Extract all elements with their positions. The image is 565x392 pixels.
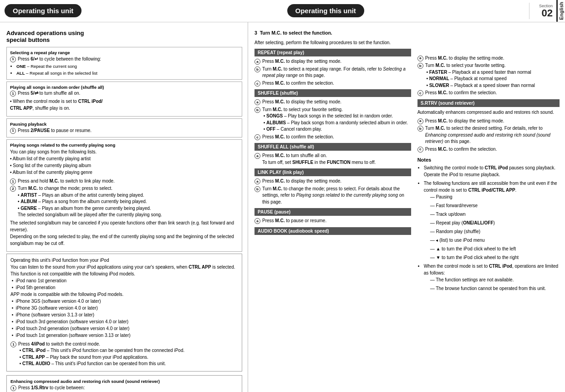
circle-b: b	[255, 186, 260, 192]
circle-c: c	[417, 147, 423, 153]
audio-book-bar: AUDIO BOOK (audiobook speed)	[255, 227, 411, 235]
note-sub-list: Pausing Fast forward/reverse Track up/do…	[424, 193, 560, 261]
circle-a: a	[255, 153, 260, 159]
pause-section: a Press M.C. to pause or resume.	[255, 218, 411, 224]
circle-2: 2	[10, 186, 16, 192]
circle-1: 1	[10, 178, 16, 184]
shuffle-all-section: a Press M.C. to turn shuffle all on. To …	[255, 153, 411, 166]
note-sub-item: The function settings are not available.	[430, 276, 560, 283]
srtrv-section: Automatically enhances compressed audio …	[417, 109, 560, 153]
notes-title: Notes	[417, 157, 560, 163]
playing-step-1: 1 Press and hold M.C. to switch to link …	[10, 178, 239, 185]
shuffle-box: Playing all songs in random order (shuff…	[6, 81, 242, 117]
playing-related-box: Playing songs related to the currently p…	[6, 139, 242, 252]
section-box: Section 02	[529, 3, 556, 19]
circle-a: a	[417, 56, 423, 61]
circle-b: b	[255, 107, 260, 113]
shuffle-title: Playing all songs in random order (shuff…	[10, 84, 239, 91]
circle-a: a	[255, 59, 260, 65]
circle-b: b	[417, 126, 423, 132]
shuffle-section: a Press M.C. to display the setting mode…	[255, 99, 411, 140]
repeat-section: a Press M.C. to display the setting mode…	[255, 58, 411, 87]
circle-a: a	[255, 178, 260, 184]
note-sub-list: The function settings are not available.…	[424, 276, 560, 292]
page-header: Operating this unit Operating this unit …	[0, 0, 565, 22]
note-sub-item: Random play (shuffle)	[430, 228, 560, 235]
note-sub-item: ▲ to turn the iPod click wheel to the le…	[430, 245, 560, 252]
link-play-bar: LINK PLAY (link play)	[255, 168, 411, 176]
srtrv-bar: S.RTRV (sound retriever)	[417, 99, 560, 107]
right-col-left: 3 Turn M.C. to select the function. Afte…	[255, 30, 411, 294]
circle-b: b	[255, 66, 260, 72]
note-sub-item: The browse function cannot be operated f…	[430, 285, 560, 292]
instruction-box-2: Enhancing compressed audio and restoring…	[6, 375, 242, 392]
note-sub-item: Track up/down	[430, 211, 560, 218]
adv-heading: Advanced operations usingspecial buttons	[6, 30, 242, 43]
header-left: Operating this unit	[0, 0, 283, 22]
note-sub-item: ▼ to turn the iPod click wheel to the ri…	[430, 254, 560, 261]
instr1-step1: 1 Press 4/iPod to switch the control mod…	[10, 341, 238, 367]
circle-c: c	[255, 81, 260, 87]
instr1-body: Operating this unit's iPod function from…	[10, 257, 238, 339]
select-list: ONE – Repeat the current song ALL – Repe…	[10, 63, 239, 76]
pause-title: Pausing playback	[10, 121, 239, 127]
circle-a: a	[255, 99, 260, 105]
circle-c: c	[255, 134, 260, 140]
circle-1: 1	[10, 341, 16, 347]
header-title-left: Operating this unit	[5, 4, 81, 17]
right-two-col: 3 Turn M.C. to select the function. Afte…	[255, 30, 560, 294]
note-sub-item: Pausing	[430, 193, 560, 200]
audiobook-steps: a Press M.C. to display the setting mode…	[417, 55, 560, 97]
main-content: Advanced operations usingspecial buttons…	[0, 22, 565, 392]
circle-1: 1	[10, 128, 16, 134]
left-page: Advanced operations usingspecial buttons…	[0, 22, 248, 392]
note-sub-item: Fast forward/reverse	[430, 202, 560, 209]
circle-1: 1	[10, 91, 16, 97]
playing-body: You can play songs from the following li…	[10, 148, 239, 176]
step3-body: After selecting, perform the following p…	[255, 39, 411, 46]
note-sub-item: Repeat play (ONE/ALL/OFF)	[430, 219, 560, 226]
playing-step-2: 2 Turn M.C. to change the mode; press to…	[10, 185, 239, 219]
circle-b: b	[417, 63, 423, 69]
select-play-range-box: Selecting a repeat play range 1 Press 6/…	[6, 47, 242, 80]
notes-section: Notes Switching the control mode to CTRL…	[417, 157, 560, 292]
shuffle-bar: SHUFFLE (shuffle)	[255, 89, 411, 97]
step3-heading: 3 Turn M.C. to select the function.	[255, 30, 411, 37]
link-play-section: a Press M.C. to display the setting mode…	[255, 178, 411, 205]
note-item: When the control mode is set to CTRL iPo…	[424, 263, 560, 292]
srtrv-body: Automatically enhances compressed audio …	[417, 109, 560, 116]
step-select-1: 1 Press 6/↵ to cycle between the followi…	[10, 56, 239, 63]
note-item: Switching the control mode to CTRL iPod …	[424, 164, 560, 178]
select-play-range-title: Selecting a repeat play range	[10, 50, 239, 56]
right-col-right: a Press M.C. to display the setting mode…	[417, 30, 560, 294]
header-right: Operating this unit Section 02 English	[283, 0, 565, 22]
instr2-step1: 1 Press 1/S.Rtrv to cycle between: OFF (…	[10, 385, 238, 392]
pause-bar: PAUSE (pause)	[255, 208, 411, 216]
pause-step-1: 1 Press 2/PAUSE to pause or resume.	[10, 127, 239, 134]
shuffle-note: • When the control mode is set to CTRL i…	[10, 98, 239, 112]
shuffle-step-1: 1 Press 5/⇌ to turn shuffle all on.	[10, 90, 239, 97]
repeat-bar: REPEAT (repeat play)	[255, 49, 411, 56]
circle-a: a	[417, 118, 423, 124]
circle-c: c	[417, 90, 423, 96]
pause-box: Pausing playback 1 Press 2/PAUSE to paus…	[6, 118, 242, 137]
note-sub-item: ◂ (list) to use iPod menu	[430, 237, 560, 244]
header-title-right: Operating this unit	[287, 4, 364, 17]
list-item: ONE – Repeat the current song	[16, 63, 239, 70]
lang-label: English	[556, 0, 565, 22]
note-item: The following functions are still access…	[424, 180, 560, 261]
notes-list: Switching the control mode to CTRL iPod …	[417, 164, 560, 292]
playing-note: The selected song/album may be canceled …	[10, 219, 239, 247]
instruction-box-1: Operating this unit's iPod function from…	[6, 254, 242, 372]
instr2-title: Enhancing compressed audio and restoring…	[10, 378, 238, 385]
playing-related-title: Playing songs related to the currently p…	[10, 142, 239, 148]
right-page: 3 Turn M.C. to select the function. Afte…	[248, 22, 565, 392]
circle-a: a	[255, 218, 260, 224]
list-item: ALL – Repeat all songs in the selected l…	[16, 70, 239, 76]
circle-1: 1	[10, 385, 16, 391]
section-num: 02	[542, 8, 553, 18]
circle-1: 1	[10, 56, 16, 62]
shuffle-all-bar: SHUFFLE ALL (shuffle all)	[255, 143, 411, 151]
